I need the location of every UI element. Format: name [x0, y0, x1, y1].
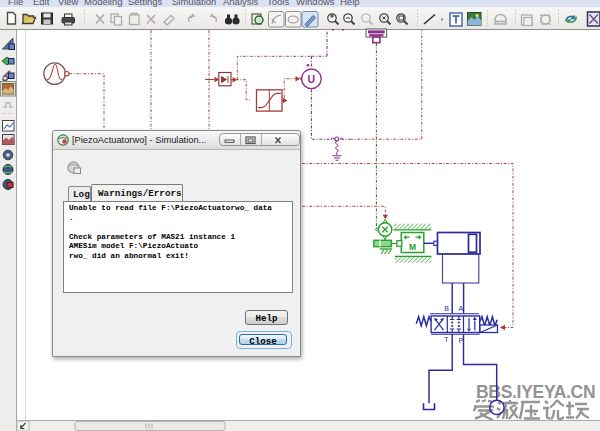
svg-text:M: M: [409, 242, 416, 252]
svg-text:B: B: [444, 305, 449, 312]
svg-text:T: T: [444, 336, 449, 343]
svg-text:P: P: [458, 337, 463, 344]
svg-text:A: A: [458, 305, 463, 312]
svg-text:U: U: [308, 73, 316, 85]
